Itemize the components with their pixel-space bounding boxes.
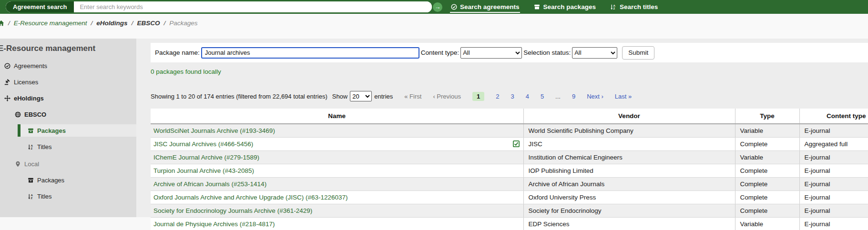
home-icon[interactable] [0,20,4,26]
content-type-select[interactable]: All [460,47,522,59]
svg-text:Z: Z [31,147,32,150]
packages-table: NameVendorTypeContent type WorldSciNet J… [151,109,868,230]
selected-checkbox-icon [513,140,520,147]
package-name-cell: WorldSciNet Journals Archive (#193-3469) [151,124,523,137]
sidebar-item-eholdings[interactable]: eHoldings [0,92,136,104]
breadcrumb-eholdings[interactable]: eHoldings [96,20,127,27]
type-cell: Variable [735,150,799,164]
table-row: IChemE Journal Archive (#279-1589)Instit… [151,150,868,164]
content-type-cell: E-journal [799,150,868,164]
column-header-content-type[interactable]: Content type [799,109,868,124]
archive-box-icon [27,177,34,183]
package-name-cell: Journal de Physique Archives (#218-4817) [151,217,523,230]
package-name-cell: Society for Endocrinology Journals Archi… [151,204,523,217]
package-link[interactable]: Turpion Journal Archive (#43-2085) [153,167,254,174]
packages-table-card: NameVendorTypeContent type WorldSciNet J… [151,109,868,230]
tab-search-titles[interactable]: AZ Search titles [610,2,658,12]
package-name-cell: IChemE Journal Archive (#279-1589) [151,150,523,164]
breadcrumb-ebsco[interactable]: EBSCO [137,20,160,27]
sidebar-item-local-packages[interactable]: Packages [0,174,136,186]
pagination-page-9[interactable]: 9 [572,93,575,100]
vendor-cell: World Scientific Publishing Company [523,124,735,137]
sidebar-item-local[interactable]: Local [0,158,136,170]
sidebar-item-local-titles-label: Titles [37,193,52,200]
type-cell: Variable [735,217,799,230]
tab-search-packages[interactable]: Search packages [533,2,596,12]
pagination-page-4[interactable]: 4 [526,93,529,100]
map-pin-icon [14,160,21,167]
sidebar-item-ebsco-titles-label: Titles [37,143,52,150]
sidebar-item-ebsco[interactable]: EBSCO [0,108,136,120]
vendor-cell: Institution of Chemical Engineers [523,150,735,164]
sidebar-below-patch [0,217,151,230]
package-link[interactable]: WorldSciNet Journals Archive (#193-3469) [153,127,275,134]
show-entries-group: Show 20 entries [332,91,393,101]
move-icon [4,95,10,101]
package-name-input[interactable] [201,47,419,59]
table-row: WorldSciNet Journals Archive (#193-3469)… [151,124,868,137]
package-link[interactable]: Society for Endocrinology Journals Archi… [153,207,312,214]
table-row: Journal de Physique Archives (#218-4817)… [151,217,868,230]
content-type-cell: E-journal [799,190,868,204]
table-row: JISC Journal Archives (#466-5456)JISCCom… [151,137,868,150]
sidebar-title: E-Resource management [0,44,136,53]
package-name-cell: Archive of African Journals (#253-1414) [151,177,523,190]
pagination-last[interactable]: Last » [615,93,632,100]
archive-box-icon [534,4,541,10]
check-circle-icon [4,62,10,69]
breadcrumb-separator: / [91,20,93,27]
package-name-cell: JISC Journal Archives (#466-5456) [151,137,523,150]
content-type-cell: E-journal [799,217,868,230]
pagination-page-3[interactable]: 3 [511,93,514,100]
package-link[interactable]: Oxford Journals Archive and Archive Upgr… [153,194,347,201]
package-name-cell: Oxford Journals Archive and Archive Upgr… [151,190,523,204]
package-link[interactable]: IChemE Journal Archive (#279-1589) [153,154,259,161]
type-cell: Complete [735,164,799,177]
pagination-page-2[interactable]: 2 [496,93,499,100]
package-link[interactable]: Journal de Physique Archives (#218-4817) [153,220,275,228]
sidebar-item-ebsco-packages[interactable]: Packages [18,124,136,137]
sidebar-item-agreements[interactable]: Agreements [0,60,136,72]
column-header-name[interactable]: Name [151,109,523,124]
pagination-row: Showing 1 to 20 of 174 entries (filtered… [151,91,868,101]
agreement-search-capsule: Agreement search [6,1,432,12]
type-cell: Complete [735,204,799,217]
status-message: 0 packages found locally [151,68,221,75]
table-row: Archive of African Journals (#253-1414)A… [151,177,868,190]
column-header-type[interactable]: Type [735,109,799,124]
submit-button[interactable]: Submit [622,46,654,60]
selection-status-select[interactable]: All [572,47,617,59]
package-link[interactable]: JISC Journal Archives (#466-5456) [153,140,253,148]
package-link[interactable]: Archive of African Journals (#253-1414) [153,180,266,188]
vendor-cell: JISC [523,137,735,150]
table-row: Turpion Journal Archive (#43-2085)IOP Pu… [151,164,868,177]
page-size-select[interactable]: 20 [350,91,372,101]
sidebar-item-ebsco-titles[interactable]: AZTitles [0,140,136,153]
tab-search-agreements-label: Search agreements [460,3,520,10]
archive-box-icon [27,127,34,134]
pagination-page-1[interactable]: 1 [472,92,484,101]
globe-icon [14,111,21,118]
column-header-vendor[interactable]: Vendor [523,109,735,124]
breadcrumb-eresource-management[interactable]: E-Resource management [14,20,87,27]
gavel-icon [4,79,10,85]
sidebar-item-licenses[interactable]: Licenses [0,76,136,88]
pagination-page-5[interactable]: 5 [541,93,544,100]
sidebar-item-local-titles[interactable]: AZTitles [0,190,136,202]
type-cell: Variable [735,124,799,137]
sidebar-item-agreements-label: Agreements [14,62,47,70]
type-cell: Complete [735,137,799,150]
keyword-search-input[interactable] [74,1,432,12]
entries-label: entries [374,93,393,100]
check-circle-icon [450,4,457,10]
sidebar-item-local-packages-label: Packages [37,177,64,184]
agreement-search-label: Agreement search [6,1,74,12]
table-row: Society for Endocrinology Journals Archi… [151,204,868,217]
tab-search-agreements[interactable]: Search agreements [450,2,520,12]
breadcrumb-separator: / [163,20,165,27]
pagination-next[interactable]: Next › [587,93,603,100]
vendor-cell: EDP Sciences [523,217,735,230]
sidebar-item-eholdings-label: eHoldings [14,95,44,102]
search-submit-arrow-button[interactable]: → [433,2,442,12]
sort-az-icon: AZ [27,193,34,200]
